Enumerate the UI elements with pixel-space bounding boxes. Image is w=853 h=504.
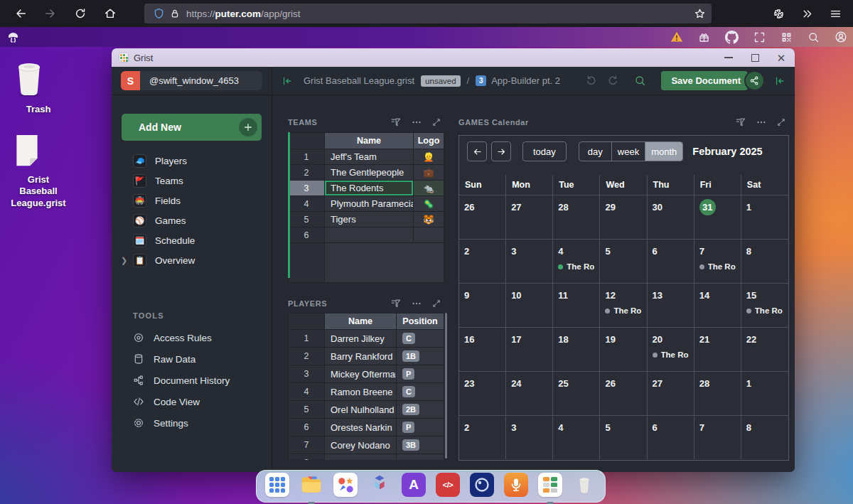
table-corner-cell[interactable] — [289, 133, 324, 149]
doc-search-icon[interactable] — [634, 75, 646, 87]
calendar-day-cell[interactable]: 21 — [694, 327, 741, 371]
calendar-day-cell[interactable]: 2 — [459, 239, 506, 283]
calendar-day-cell[interactable]: 6 — [648, 415, 694, 459]
row-number-cell[interactable]: 1 — [289, 149, 324, 164]
calendar-view-week[interactable]: week — [612, 142, 645, 161]
row-number-cell[interactable]: 2 — [289, 165, 324, 180]
player-position-cell[interactable]: 1B — [397, 348, 444, 365]
row-number-cell[interactable]: 5 — [289, 401, 324, 418]
extensions-puzzle-icon[interactable] — [768, 3, 789, 24]
add-new-button[interactable]: Add New — [122, 114, 262, 141]
undo-icon[interactable] — [585, 75, 597, 87]
calendar-day-cell[interactable]: 7 — [694, 415, 741, 459]
window-titlebar[interactable]: Grist ✕ — [112, 48, 795, 67]
desktop-icon-trash[interactable]: Trash — [9, 55, 68, 115]
filter-sort-icon[interactable] — [390, 298, 402, 309]
calendar-event[interactable]: The Ro — [699, 262, 738, 271]
sidebar-page-fields[interactable]: 🏟️Fields — [112, 191, 272, 210]
calendar-day-cell[interactable]: 5 — [600, 239, 647, 283]
column-header[interactable]: Logo — [414, 133, 444, 149]
reload-icon[interactable] — [70, 3, 91, 24]
save-document-button[interactable]: Save Document — [661, 71, 748, 90]
tool-access-rules[interactable]: Access Rules — [112, 327, 272, 348]
collapse-left-panel-icon[interactable] — [281, 75, 293, 87]
row-number-cell[interactable]: 4 — [289, 196, 324, 211]
team-name-cell[interactable]: Plymouth Paramecia — [325, 196, 413, 211]
gift-icon[interactable] — [698, 31, 710, 43]
calendar-day-cell[interactable]: 4The Ro — [553, 239, 600, 283]
team-logo-cell[interactable]: 🐀 — [414, 181, 444, 195]
calendar-day-cell[interactable]: 12The Ro — [600, 283, 647, 327]
calendar-day-cell[interactable]: 6 — [648, 239, 694, 283]
section-menu-icon[interactable] — [411, 298, 422, 309]
row-number-cell[interactable]: 6 — [289, 419, 324, 436]
desktop-icon-grist-file[interactable]: Grist Baseball League.grist — [9, 130, 68, 209]
calendar-day-cell[interactable]: 22 — [741, 327, 788, 371]
share-button[interactable] — [744, 70, 765, 91]
team-name-cell[interactable]: The Rodents — [325, 181, 413, 195]
column-header[interactable]: Name — [325, 313, 396, 329]
calendar-day-cell[interactable]: 13 — [648, 283, 694, 327]
expand-section-icon[interactable] — [431, 117, 441, 127]
qr-code-icon[interactable] — [780, 31, 793, 43]
calendar-day-cell[interactable]: 26 — [600, 371, 647, 415]
row-number-cell[interactable] — [289, 243, 324, 282]
forward-icon[interactable] — [40, 3, 61, 24]
minimize-button[interactable] — [724, 53, 734, 63]
sidebar-page-schedule[interactable]: 🗓️Schedule — [112, 230, 272, 250]
fullscreen-icon[interactable] — [753, 31, 766, 43]
puter-logo-icon[interactable] — [6, 30, 21, 45]
calendar-day-cell[interactable]: 2 — [459, 415, 506, 459]
team-name-cell[interactable]: The Gentlepeople — [325, 165, 413, 180]
calendar-event[interactable]: The Ro — [653, 350, 691, 359]
calendar-day-cell[interactable]: 24 — [506, 371, 553, 415]
calendar-day-cell[interactable]: 17 — [506, 327, 553, 371]
app-center-icon[interactable] — [333, 473, 358, 500]
tool-settings[interactable]: Settings — [112, 412, 272, 434]
player-position-cell[interactable]: P — [397, 365, 444, 382]
calendar-view-month[interactable]: month — [645, 142, 682, 161]
row-number-cell[interactable]: 6 — [289, 227, 324, 242]
tool-code-view[interactable]: Code View — [112, 391, 272, 412]
calendar-day-cell[interactable]: 31 — [694, 195, 741, 239]
shield-icon[interactable] — [153, 8, 165, 20]
calendar-day-cell[interactable]: 9 — [459, 283, 506, 327]
tool-raw-data[interactable]: Raw Data — [112, 348, 272, 370]
calendar-day-cell[interactable]: 14 — [694, 283, 741, 327]
calendar-day-cell[interactable]: 3 — [506, 239, 553, 283]
calendar-day-cell[interactable]: 15The Ro — [741, 283, 788, 327]
calendar-day-cell[interactable]: 28 — [694, 371, 741, 415]
expand-chevron-icon[interactable]: ❯ — [121, 256, 127, 265]
player-name-cell[interactable]: Barry Rankford — [325, 348, 396, 365]
user-menu[interactable]: S @swift_window_4653 — [121, 71, 262, 90]
calendar-day-cell[interactable]: 27 — [506, 195, 553, 239]
close-button[interactable]: ✕ — [776, 53, 786, 63]
player-position-cell[interactable]: 2B — [397, 401, 444, 418]
tool-document-history[interactable]: Document History — [112, 370, 272, 391]
calendar-day-cell[interactable]: 11 — [553, 283, 600, 327]
maximize-button[interactable] — [750, 53, 760, 63]
expand-section-icon[interactable] — [776, 117, 786, 127]
row-number-cell[interactable]: 7 — [289, 436, 324, 454]
calendar-day-cell[interactable]: 30 — [648, 195, 694, 239]
calendar-day-cell[interactable]: 5 — [600, 415, 647, 459]
sidebar-page-overview[interactable]: ❯📋Overview — [112, 250, 272, 270]
calendar-next-button[interactable] — [491, 141, 511, 161]
calendar-day-cell[interactable]: 3 — [506, 415, 553, 459]
column-header[interactable]: Name — [325, 133, 413, 149]
calendar-day-cell[interactable]: 26 — [459, 195, 506, 239]
code-editor-icon[interactable]: </> — [436, 473, 460, 500]
calendar-day-cell[interactable]: 8 — [741, 239, 788, 283]
sidebar-page-teams[interactable]: 🚩Teams — [112, 171, 272, 191]
sidebar-page-games[interactable]: ⚾Games — [112, 210, 272, 230]
calendar-day-cell[interactable]: 25 — [553, 371, 600, 415]
github-icon[interactable] — [725, 31, 739, 44]
grist-app-icon[interactable] — [538, 473, 562, 500]
blocks-app-icon[interactable] — [368, 473, 392, 500]
calendar-event[interactable]: The Ro — [558, 262, 596, 271]
table-corner-cell[interactable] — [289, 313, 324, 329]
team-logo-cell[interactable] — [414, 227, 444, 242]
row-number-cell[interactable]: 4 — [289, 383, 324, 400]
files-folder-icon[interactable] — [299, 473, 323, 500]
team-name-cell[interactable] — [325, 227, 413, 242]
